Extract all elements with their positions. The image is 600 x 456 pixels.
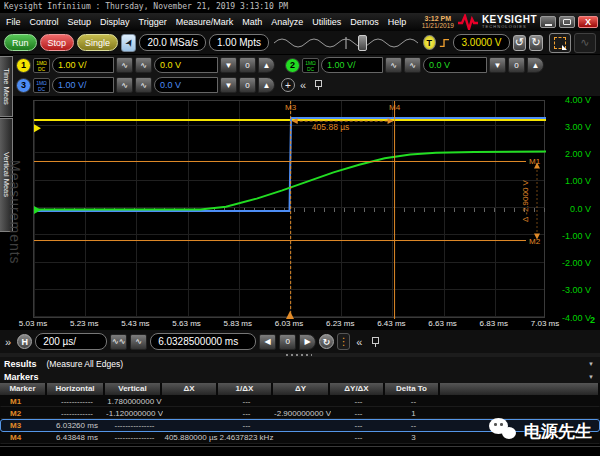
offset-down-button[interactable]: ▼ xyxy=(220,77,237,93)
marker-column-button[interactable]: ⋮ xyxy=(337,333,350,350)
channel-1-coupling[interactable]: 1MΩ DC xyxy=(33,58,50,73)
offset-zero-button[interactable]: 0 xyxy=(239,77,256,93)
offset-up-button[interactable]: ▲ xyxy=(258,57,275,73)
collapse-results-icon[interactable]: ▼ xyxy=(588,361,594,367)
y-axis-label: 2.00 V xyxy=(545,149,591,159)
run-button[interactable]: Run xyxy=(4,34,37,51)
collapse-markers-icon[interactable]: ▼ xyxy=(588,374,594,380)
channel-1-scale-field[interactable]: 1.00 V/ xyxy=(52,57,114,73)
y-axis-label: 4.00 V xyxy=(545,95,591,105)
waveform-display[interactable]: M1M2M3M4405.88 µsΔ -2.9000 V xyxy=(33,100,545,318)
column-header xyxy=(440,383,600,395)
sample-rate-field[interactable]: 20.0 MSa/s xyxy=(139,34,206,51)
expand-left-button[interactable]: » xyxy=(2,336,14,348)
menu-item-math[interactable]: Math xyxy=(242,17,262,27)
offset-up-button[interactable]: ▲ xyxy=(258,77,275,93)
channel-3-offset-field[interactable]: 0.0 V xyxy=(154,77,218,93)
zoom-out-time-button[interactable]: ∿∿ xyxy=(110,334,127,350)
undo-button[interactable]: ↺ xyxy=(513,35,527,51)
waveform-compare-button[interactable]: ∿ xyxy=(574,33,596,53)
marker-horizontal: 6.03260 ms xyxy=(48,421,106,430)
ground-marker-icon[interactable] xyxy=(34,206,41,214)
trigger-time-icon[interactable] xyxy=(286,311,294,319)
zoom-in-time-button[interactable]: ∿ xyxy=(130,334,147,350)
column-header: Marker xyxy=(0,383,47,395)
trigger-level-field[interactable]: 3.0000 V xyxy=(453,34,509,51)
menu-item-setup[interactable]: Setup xyxy=(68,17,92,27)
acquisition-position-slider[interactable] xyxy=(272,34,420,52)
menu-item-file[interactable]: File xyxy=(6,17,21,27)
slider-handle[interactable] xyxy=(358,35,367,51)
menu-item-analyze[interactable]: Analyze xyxy=(271,17,303,27)
single-button[interactable]: Single xyxy=(77,34,118,51)
zoom-region-icon xyxy=(554,37,566,49)
close-button[interactable]: X xyxy=(578,16,598,28)
offset-zero-button[interactable]: 0 xyxy=(239,57,256,73)
horizontal-button[interactable]: H xyxy=(17,334,32,349)
results-subtitle: (Measure All Edges) xyxy=(37,359,124,369)
channel-1-badge[interactable]: 1 xyxy=(16,58,31,73)
timebase-field[interactable]: 200 µs/ xyxy=(35,333,107,350)
pin-icon[interactable] xyxy=(372,337,379,347)
channel-3-scale-field[interactable]: 1.00 V/ xyxy=(52,77,114,93)
watermark-text: 电源先生 xyxy=(524,420,592,443)
menu-item-control[interactable]: Control xyxy=(30,17,59,27)
collapse-channels-button[interactable]: « xyxy=(297,79,309,91)
markers-header[interactable]: Markers ⚙ ▼ xyxy=(0,370,600,383)
marker-delta_to: -- xyxy=(386,397,441,406)
scale-increase-button[interactable]: ∿ xyxy=(404,57,421,73)
tab-time-meas[interactable]: Time Meas xyxy=(0,56,13,117)
scale-increase-button[interactable]: ∿ xyxy=(135,57,152,73)
position-zero-button[interactable]: 0 xyxy=(279,334,296,350)
scale-decrease-button[interactable]: ∿ xyxy=(116,57,133,73)
waveform-traces[interactable]: M1M2M3M4405.88 µsΔ -2.9000 V xyxy=(34,101,546,319)
menu-items: FileControlSetupDisplayTriggerMeasure/Ma… xyxy=(0,17,406,27)
marker-name: M3 xyxy=(1,421,48,430)
offset-down-button[interactable]: ▼ xyxy=(220,57,237,73)
scale-decrease-button[interactable]: ∿ xyxy=(385,57,402,73)
trigger-level-icon[interactable] xyxy=(34,124,41,132)
roundtrip-button[interactable]: ↻ xyxy=(319,334,334,349)
rising-edge-icon xyxy=(439,36,451,50)
offset-zero-button[interactable]: 0 xyxy=(508,57,525,73)
offset-up-button[interactable]: ▲ xyxy=(527,57,544,73)
channel-2-scale-field[interactable]: 1.00 V/ xyxy=(321,57,383,73)
x-axis-label: 6.83 ms xyxy=(470,319,518,328)
scale-decrease-button[interactable]: ∿ xyxy=(116,77,133,93)
zoom-region-button[interactable] xyxy=(549,33,571,53)
collapse-hbar-button[interactable]: « xyxy=(353,336,365,348)
redo-button[interactable]: ↻ xyxy=(529,35,543,51)
offset-down-button[interactable]: ▼ xyxy=(489,57,506,73)
channel-3-coupling[interactable]: 1MΩ DC xyxy=(33,78,50,93)
position-left-button[interactable]: ◀ xyxy=(259,334,276,350)
menu-item-measuremark[interactable]: Measure/Mark xyxy=(176,17,234,27)
column-header: ΔY/ΔX xyxy=(330,383,385,395)
marker-horizontal: ------------ xyxy=(48,409,106,418)
channel-3-badge[interactable]: 3 xyxy=(16,78,31,93)
menu-item-trigger[interactable]: Trigger xyxy=(139,17,167,27)
menu-item-display[interactable]: Display xyxy=(100,17,130,27)
touch-button[interactable]: ➤ xyxy=(121,34,136,52)
trigger-indicator[interactable]: T xyxy=(423,35,436,50)
channel-2-offset-field[interactable]: 0.0 V xyxy=(423,57,487,73)
minimize-button[interactable] xyxy=(540,16,556,28)
horizontal-position-field[interactable]: 6.0328500000 ms xyxy=(150,333,256,350)
marker-dx: 405.880000 µs xyxy=(163,433,219,442)
oscilloscope-window: Keysight Infiniium : Thursday, November … xyxy=(0,0,600,456)
channel-2-badge[interactable]: 2 xyxy=(285,58,300,73)
channel-1-offset-field[interactable]: 0.0 V xyxy=(154,57,218,73)
add-channel-button[interactable]: + xyxy=(281,78,295,92)
position-right-button[interactable]: ▶ xyxy=(299,334,316,350)
results-header[interactable]: Results (Measure All Edges) ▼ xyxy=(0,357,600,370)
maximize-button[interactable] xyxy=(559,16,575,28)
menu-item-utilities[interactable]: Utilities xyxy=(312,17,341,27)
memory-depth-field[interactable]: 1.00 Mpts xyxy=(209,34,269,51)
stop-button[interactable]: Stop xyxy=(40,34,75,51)
x-axis-label: 5.03 ms xyxy=(9,319,57,328)
scale-increase-button[interactable]: ∿ xyxy=(135,77,152,93)
channel-2-coupling[interactable]: 1MΩ DC xyxy=(302,58,319,73)
menu-item-demos[interactable]: Demos xyxy=(350,17,379,27)
pin-icon[interactable] xyxy=(315,80,322,90)
menu-item-help[interactable]: Help xyxy=(388,17,407,27)
table-row-m1[interactable]: M1------------1.780000000 V-------- xyxy=(0,395,600,407)
